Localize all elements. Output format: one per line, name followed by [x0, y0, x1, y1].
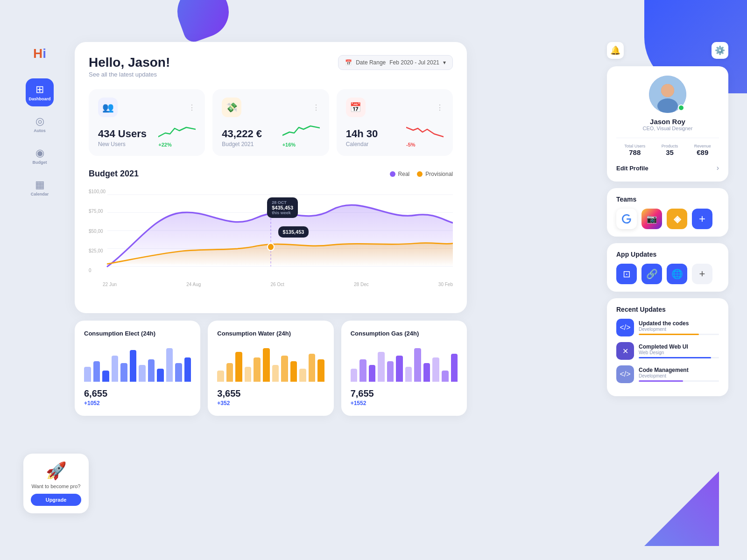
bar-item — [405, 367, 412, 382]
teams-card: Teams 📷 ◈ + — [607, 188, 728, 237]
budget-label: Budget — [33, 160, 47, 165]
stat-cards-container: 👥 ⋮ 434 Users New Users +22% — [89, 89, 453, 156]
calendar-stat-icon: 📅 — [346, 98, 366, 117]
team-instagram[interactable]: 📷 — [641, 209, 662, 229]
consumption-water-chart — [217, 344, 324, 382]
consumption-water-value: 3,655 — [217, 388, 324, 399]
chevron-down-icon: ▾ — [443, 59, 446, 66]
chart-legend: Real Provisional — [390, 171, 453, 177]
budget-chart-title: Budget 2021 — [89, 169, 139, 179]
calendar-trend: -5% — [406, 142, 444, 147]
consumption-water-change: +352 — [217, 400, 324, 406]
bar-item — [120, 363, 127, 382]
profile-stat-products: Products 35 — [662, 144, 678, 156]
sidebar-item-autos[interactable]: ◎ Autos — [26, 110, 54, 138]
budget-chart-container: $100,00 $75,00 $50,00 $25,00 0 — [89, 184, 453, 287]
budget-chart-section: Budget 2021 Real Provisional $100,00 — [89, 169, 453, 287]
legend-provisional: Provisional — [417, 171, 453, 177]
bar-item — [451, 354, 458, 382]
team-add-button[interactable]: + — [692, 209, 712, 229]
users-value: 434 Users — [98, 128, 147, 140]
stat-menu-budget[interactable]: ⋮ — [312, 103, 320, 112]
svg-marker-12 — [644, 471, 719, 546]
bar-item — [351, 369, 358, 382]
users-label: New Users — [98, 141, 147, 147]
bar-item — [309, 354, 316, 382]
sidebar-item-budget[interactable]: ◉ Budget — [26, 142, 54, 170]
bar-item — [226, 363, 233, 382]
bar-item — [112, 356, 119, 382]
main-header: Hello, Jason! See all the latest updates… — [89, 55, 453, 78]
app-updates-title: App Updates — [616, 251, 719, 258]
consumption-cards-container: Consumption Elect (24h) 6,655 +1052 Cons… — [75, 321, 467, 416]
profile-stats: Total Users 788 Products 35 Revenue €89 — [616, 138, 719, 156]
teams-title: Teams — [616, 196, 719, 203]
date-range-value: Feb 2020 - Jul 2021 — [389, 59, 439, 66]
app-icon-more[interactable]: + — [692, 264, 712, 284]
sidebar-item-dashboard[interactable]: ⊞ Dashboard — [26, 78, 54, 106]
svg-point-7 — [268, 244, 274, 251]
consumption-card-gas: Consumption Gas (24h) 7,655 +1552 — [341, 321, 467, 416]
date-range-button[interactable]: 📅 Date Range Feb 2020 - Jul 2021 ▾ — [338, 55, 453, 70]
consumption-gas-value: 7,655 — [351, 388, 458, 399]
stat-card-budget: 💸 ⋮ 43,222 € Budget 2021 +16% — [212, 89, 329, 156]
stat-menu-users[interactable]: ⋮ — [188, 103, 196, 112]
consumption-elect-change: +1052 — [84, 400, 191, 406]
calendar-icon: 📅 — [345, 59, 352, 66]
upgrade-mascot: 🚀 — [31, 461, 81, 481]
sidebar-item-calendar[interactable]: ▦ Calendar — [26, 174, 54, 202]
stat-label-products: Products — [662, 144, 678, 148]
stat-card-users: 👥 ⋮ 434 Users New Users +22% — [89, 89, 205, 156]
bar-item — [217, 371, 224, 382]
profile-stat-revenue: Revenue €89 — [694, 144, 711, 156]
decorative-blob-top — [170, 0, 236, 44]
update-text-design: Completed Web UI Web Design — [639, 343, 719, 358]
budget-trend: +16% — [282, 142, 320, 147]
upgrade-button[interactable]: Upgrade — [31, 494, 81, 506]
stat-card-header-calendar: 📅 ⋮ — [346, 98, 444, 117]
bar-item — [245, 367, 252, 382]
legend-provisional-dot — [417, 171, 423, 177]
update-title-management: Code Management — [639, 367, 719, 373]
edit-profile-label: Edit Profile — [616, 165, 648, 172]
bar-item — [254, 357, 261, 382]
stat-value-users: 788 — [624, 148, 645, 156]
bar-item — [272, 365, 279, 382]
tooltip1-sub: this week — [272, 210, 293, 215]
stat-menu-calendar[interactable]: ⋮ — [436, 103, 444, 112]
bar-item — [235, 352, 242, 382]
team-google[interactable] — [616, 209, 637, 229]
notification-icon[interactable]: 🔔 — [607, 42, 624, 59]
chart-tooltip-1: 28 OCT $435,453 this week — [267, 197, 298, 218]
team-icons-container: 📷 ◈ + — [616, 209, 719, 229]
users-chart — [158, 124, 196, 140]
stat-label-users: Total Users — [624, 144, 645, 148]
recent-update-code: </> Updated the codes Development — [616, 319, 719, 336]
app-icon-globe[interactable]: 🌐 — [667, 264, 687, 284]
calendar-icon: ▦ — [35, 179, 45, 191]
recent-update-design: ✕ Completed Web UI Web Design — [616, 342, 719, 360]
users-icon: 👥 — [98, 98, 118, 117]
decorative-triangle — [644, 471, 719, 546]
settings-icon[interactable]: ⚙️ — [712, 42, 728, 59]
update-category-management: Development — [639, 373, 719, 378]
stat-card-header-budget: 💸 ⋮ — [222, 98, 319, 117]
bar-item — [396, 356, 403, 382]
app-icon-link[interactable]: 🔗 — [641, 264, 662, 284]
date-range-label: Date Range — [356, 59, 386, 66]
consumption-water-title: Consumption Water (24h) — [217, 330, 324, 337]
budget-chart — [282, 124, 320, 140]
profile-card: Jason Roy CEO, Visual Designer Total Use… — [607, 66, 728, 182]
consumption-elect-chart — [84, 344, 191, 382]
budget-stat-icon: 💸 — [222, 98, 241, 117]
team-binance[interactable]: ◈ — [667, 209, 687, 229]
triangle-svg — [644, 471, 719, 546]
stat-label-revenue: Revenue — [694, 144, 711, 148]
edit-profile-button[interactable]: Edit Profile › — [616, 163, 719, 172]
users-trend: +22% — [158, 142, 196, 147]
app-icon-qr[interactable]: ⊡ — [616, 264, 637, 284]
legend-real: Real — [390, 171, 410, 177]
consumption-elect-value: 6,655 — [84, 388, 191, 399]
bar-item — [102, 371, 109, 382]
consumption-gas-title: Consumption Gas (24h) — [351, 330, 458, 337]
